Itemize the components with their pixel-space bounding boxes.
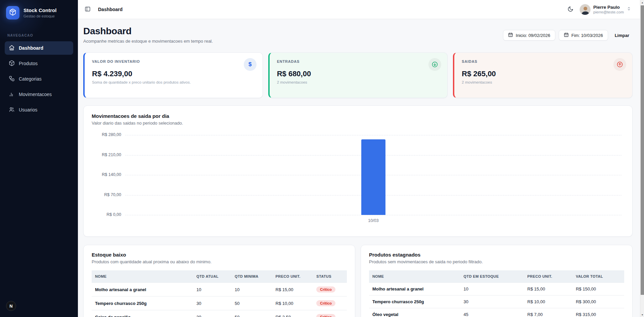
y-axis-tick-label: R$ 280,00	[92, 132, 121, 137]
package-icon	[9, 60, 15, 67]
sidebar-item-dashboard[interactable]: Dashboard	[5, 41, 73, 55]
theme-toggle-button[interactable]	[566, 5, 575, 14]
arrow-up-circle-icon	[613, 58, 626, 71]
y-axis-tick-label: R$ 140,00	[92, 172, 121, 177]
scroll-down-arrow-icon[interactable]: ▼	[640, 312, 644, 317]
breadcrumb: Dashboard	[98, 7, 123, 12]
stagnant-products-card: Produtos estagnados Produtos sem movimen…	[361, 245, 633, 317]
date-filters: Inicio: 09/02/2026 Fim: 10/03/2026 Limpa…	[503, 30, 633, 41]
user-email: pierre@teste.com	[593, 10, 624, 14]
sidebar-toggle-button[interactable]	[83, 5, 92, 14]
table-header-row: NOME QTD EM ESTOQUE PRECO UNIT. VALOR TO…	[369, 270, 624, 283]
main-area: Dashboard Pierre Paulo pierre@teste.com	[78, 0, 644, 317]
chevrons-up-down-icon	[627, 6, 631, 12]
stat-description: 2 movimentacoes	[277, 80, 440, 84]
table-subtitle: Produtos sem movimentacoes de saida no p…	[369, 259, 624, 264]
app-window: Stock Control Gestao de estoque NAVEGACA…	[0, 0, 644, 317]
y-axis-tick-label: R$ 70,00	[92, 192, 121, 197]
users-icon	[9, 106, 15, 114]
scrollbar-thumb[interactable]	[641, 5, 644, 295]
column-header: STATUS	[314, 270, 347, 283]
stat-card-exits: SAIDAS R$ 265,00 2 movimentacoes	[453, 52, 633, 98]
y-axis-tick-label: R$ 0,00	[92, 212, 121, 217]
table-subtitle: Produtos com quantidade atual proxima ou…	[92, 259, 347, 264]
end-date-label: Fim: 10/03/2026	[571, 33, 603, 38]
end-date-button[interactable]: Fim: 10/03/2026	[559, 30, 608, 41]
chart-bar[interactable]	[361, 139, 385, 215]
user-name: Pierre Paulo	[593, 5, 624, 10]
low-stock-table: NOME QTD ATUAL QTD MINIMA PRECO UNIT. ST…	[92, 270, 347, 317]
table-row: Caixa de papelão3050R$ 2,50Critico	[92, 310, 347, 317]
column-header: NOME	[92, 270, 194, 283]
stat-description: 2 movimentacoes	[462, 80, 625, 84]
stat-label: SAIDAS	[462, 59, 625, 63]
stat-card-entries: ENTRADAS R$ 680,00 2 movimentacoes	[268, 52, 448, 98]
table-row: Molho artesanal a granel10R$ 15,00R$ 150…	[369, 283, 624, 296]
sidebar-item-label: Produtos	[19, 61, 38, 66]
table-header-row: NOME QTD ATUAL QTD MINIMA PRECO UNIT. ST…	[92, 270, 347, 283]
gridline	[125, 215, 622, 215]
vertical-scrollbar[interactable]: ▲ ▼	[640, 0, 644, 317]
dashboard-content: Dashboard Acompanhe metricas de estoque …	[78, 19, 644, 317]
sidebar-item-label: Usuarios	[19, 107, 37, 112]
sidebar-item-produtos[interactable]: Produtos	[5, 57, 73, 70]
start-date-button[interactable]: Inicio: 09/02/2026	[503, 30, 555, 41]
status-badge: Critico	[316, 286, 335, 292]
column-header: PRECO UNIT.	[525, 270, 573, 283]
bar-chart: R$ 280,00R$ 210,00R$ 140,00R$ 70,00R$ 0,…	[92, 135, 624, 226]
stat-value: R$ 680,00	[277, 70, 440, 78]
stats-row: VALOR DO INVENTARIO R$ 4.239,00 Soma de …	[83, 52, 633, 98]
column-header: NOME	[369, 270, 461, 283]
sidebar-item-label: Dashboard	[19, 45, 43, 51]
sidebar-item-label: Movimentacoes	[19, 92, 52, 97]
home-icon	[9, 45, 15, 52]
stat-description: Soma de quantidade x preco unitario dos …	[92, 80, 255, 84]
stat-label: ENTRADAS	[277, 59, 440, 63]
stat-label: VALOR DO INVENTARIO	[92, 59, 255, 63]
table-row: Tempero churrasco 250g30R$ 10,00R$ 300,0…	[369, 296, 624, 308]
x-axis-tick-label: 10/03	[368, 218, 378, 223]
clear-filters-button[interactable]: Limpar	[611, 31, 633, 40]
chart-title: Movimentacoes de saida por dia	[92, 113, 624, 119]
table-title: Estoque baixo	[92, 252, 347, 258]
tables-row: Estoque baixo Produtos com quantidade at…	[83, 245, 633, 317]
arrow-down-circle-icon	[428, 58, 441, 71]
stat-card-inventory-value: VALOR DO INVENTARIO R$ 4.239,00 Soma de …	[83, 52, 263, 98]
dollar-icon: $	[244, 58, 257, 71]
calendar-icon	[564, 32, 569, 38]
user-menu[interactable]: Pierre Paulo pierre@teste.com	[580, 4, 631, 15]
app-name: Stock Control	[24, 7, 56, 13]
brand: Stock Control Gestao de estoque	[5, 5, 73, 20]
calendar-icon	[508, 32, 513, 38]
y-axis-tick-label: R$ 210,00	[92, 152, 121, 157]
gridline	[125, 135, 622, 135]
sidebar-item-label: Categorias	[19, 76, 42, 82]
column-header: QTD ATUAL	[194, 270, 232, 283]
page-title: Dashboard	[83, 26, 213, 37]
nav-section-label: NAVEGACAO	[5, 34, 73, 37]
sidebar: Stock Control Gestao de estoque NAVEGACA…	[0, 0, 78, 317]
panel-left-icon	[85, 6, 91, 13]
table-row: Molho artesanal a granel1010R$ 15,00Crit…	[92, 283, 347, 297]
moon-icon	[567, 6, 573, 13]
sidebar-nav: Dashboard Produtos Categorias Movimentac…	[5, 41, 73, 117]
column-header: VALOR TOTAL	[573, 270, 624, 283]
stagnant-products-table: NOME QTD EM ESTOQUE PRECO UNIT. VALOR TO…	[369, 270, 624, 317]
low-stock-card: Estoque baixo Produtos com quantidade at…	[83, 245, 355, 317]
avatar	[580, 4, 591, 15]
status-badge: Critico	[316, 314, 335, 317]
column-header: QTD EM ESTOQUE	[461, 270, 525, 283]
column-header: QTD MINIMA	[232, 270, 273, 283]
chart-plot-area: 10/03	[125, 135, 622, 215]
app-logo	[6, 6, 19, 19]
package-icon	[9, 8, 16, 17]
sidebar-item-usuarios[interactable]: Usuarios	[5, 103, 73, 117]
scroll-up-arrow-icon[interactable]: ▲	[640, 0, 644, 5]
sidebar-item-categorias[interactable]: Categorias	[5, 72, 73, 86]
table-title: Produtos estagnados	[369, 252, 624, 258]
column-header: PRECO UNIT.	[273, 270, 314, 283]
nextjs-dev-badge[interactable]: N	[6, 301, 16, 311]
sidebar-item-movimentacoes[interactable]: Movimentacoes	[5, 88, 73, 101]
category-icon	[9, 76, 15, 83]
table-row: Tempero churrasco 250g3050R$ 10,00Critic…	[92, 297, 347, 310]
